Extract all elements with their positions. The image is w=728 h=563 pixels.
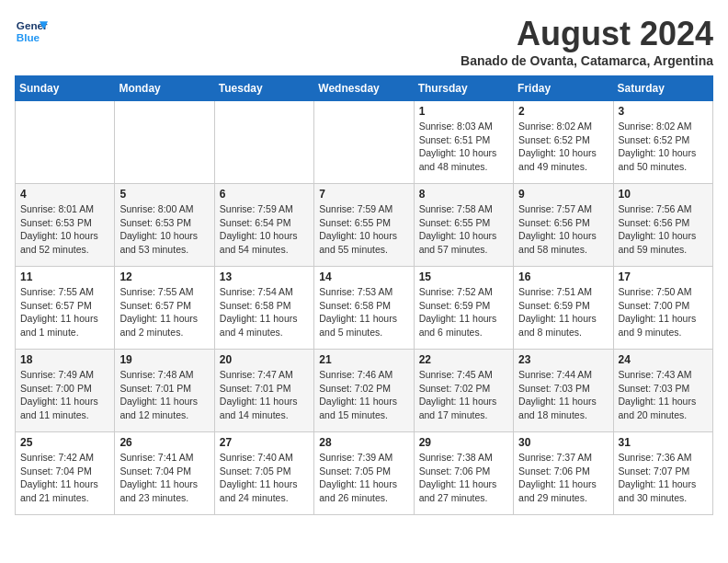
daylight-text: Daylight: 11 hours and 18 minutes.	[518, 396, 597, 420]
week-row-2: 4 Sunrise: 8:01 AM Sunset: 6:53 PM Dayli…	[16, 184, 713, 267]
calendar-cell: 5 Sunrise: 8:00 AM Sunset: 6:53 PM Dayli…	[115, 184, 214, 267]
sunset-text: Sunset: 7:06 PM	[419, 465, 491, 477]
day-number: 19	[119, 353, 209, 366]
daylight-text: Daylight: 10 hours and 49 minutes.	[518, 147, 597, 172]
daylight-text: Daylight: 11 hours and 30 minutes.	[619, 478, 697, 503]
daylight-text: Daylight: 11 hours and 15 minutes.	[319, 396, 397, 420]
sunset-text: Sunset: 6:55 PM	[419, 217, 491, 228]
day-info: Sunrise: 7:47 AM Sunset: 7:01 PM Dayligh…	[220, 368, 309, 422]
day-info: Sunrise: 7:50 AM Sunset: 7:00 PM Dayligh…	[619, 285, 708, 339]
daylight-text: Daylight: 11 hours and 24 minutes.	[220, 478, 298, 503]
header-tuesday: Tuesday	[214, 76, 313, 101]
calendar-cell: 25 Sunrise: 7:42 AM Sunset: 7:04 PM Dayl…	[16, 432, 115, 515]
sunrise-text: Sunrise: 7:53 AM	[319, 286, 392, 297]
day-info: Sunrise: 7:42 AM Sunset: 7:04 PM Dayligh…	[20, 451, 109, 505]
day-number: 21	[319, 353, 408, 366]
calendar-cell: 21 Sunrise: 7:46 AM Sunset: 7:02 PM Dayl…	[314, 350, 414, 432]
calendar-cell	[214, 101, 313, 184]
day-info: Sunrise: 7:41 AM Sunset: 7:04 PM Dayligh…	[119, 451, 209, 505]
calendar-cell: 28 Sunrise: 7:39 AM Sunset: 7:05 PM Dayl…	[314, 432, 414, 515]
day-info: Sunrise: 7:56 AM Sunset: 6:56 PM Dayligh…	[619, 202, 708, 257]
calendar-cell: 26 Sunrise: 7:41 AM Sunset: 7:04 PM Dayl…	[115, 432, 214, 515]
calendar-cell: 12 Sunrise: 7:55 AM Sunset: 6:57 PM Dayl…	[115, 267, 214, 350]
sunset-text: Sunset: 6:51 PM	[419, 134, 491, 145]
day-info: Sunrise: 7:54 AM Sunset: 6:58 PM Dayligh…	[220, 285, 309, 339]
day-info: Sunrise: 7:55 AM Sunset: 6:57 PM Dayligh…	[119, 285, 209, 339]
week-row-4: 18 Sunrise: 7:49 AM Sunset: 7:00 PM Dayl…	[16, 350, 713, 432]
header-monday: Monday	[115, 76, 214, 101]
day-number: 17	[619, 270, 708, 283]
day-info: Sunrise: 7:53 AM Sunset: 6:58 PM Dayligh…	[319, 285, 408, 339]
calendar-cell: 31 Sunrise: 7:36 AM Sunset: 7:07 PM Dayl…	[613, 432, 712, 515]
sunrise-text: Sunrise: 8:00 AM	[119, 203, 193, 214]
day-info: Sunrise: 7:57 AM Sunset: 6:56 PM Dayligh…	[518, 202, 608, 257]
day-info: Sunrise: 7:39 AM Sunset: 7:05 PM Dayligh…	[319, 451, 408, 505]
sunrise-text: Sunrise: 8:03 AM	[419, 121, 493, 132]
page-header: General Blue August 2024 Banado de Ovant…	[15, 15, 713, 68]
sunrise-text: Sunrise: 8:01 AM	[20, 203, 94, 214]
calendar-cell: 14 Sunrise: 7:53 AM Sunset: 6:58 PM Dayl…	[314, 267, 414, 350]
daylight-text: Daylight: 11 hours and 2 minutes.	[119, 313, 198, 338]
sunrise-text: Sunrise: 7:43 AM	[619, 369, 692, 380]
day-info: Sunrise: 7:43 AM Sunset: 7:03 PM Dayligh…	[619, 368, 708, 422]
sunset-text: Sunset: 7:00 PM	[20, 383, 92, 394]
day-number: 6	[220, 188, 309, 201]
day-info: Sunrise: 8:00 AM Sunset: 6:53 PM Dayligh…	[119, 202, 209, 257]
day-number: 1	[419, 105, 508, 118]
calendar-cell	[115, 101, 214, 184]
sunrise-text: Sunrise: 7:40 AM	[220, 452, 293, 463]
sunrise-text: Sunrise: 7:36 AM	[619, 452, 692, 463]
calendar-cell: 30 Sunrise: 7:37 AM Sunset: 7:06 PM Dayl…	[514, 432, 613, 515]
sunrise-text: Sunrise: 7:41 AM	[119, 452, 193, 463]
day-number: 28	[319, 436, 408, 449]
header-sunday: Sunday	[16, 76, 115, 101]
day-info: Sunrise: 7:45 AM Sunset: 7:02 PM Dayligh…	[419, 368, 508, 422]
day-number: 4	[20, 188, 109, 201]
logo-icon: General Blue	[15, 15, 48, 48]
sunrise-text: Sunrise: 7:47 AM	[220, 369, 293, 380]
calendar-header-row: SundayMondayTuesdayWednesdayThursdayFrid…	[16, 76, 713, 101]
calendar-cell: 16 Sunrise: 7:51 AM Sunset: 6:59 PM Dayl…	[514, 267, 613, 350]
sunset-text: Sunset: 6:56 PM	[619, 217, 690, 228]
sunrise-text: Sunrise: 7:49 AM	[20, 369, 94, 380]
sunrise-text: Sunrise: 7:54 AM	[220, 286, 293, 297]
calendar-cell: 6 Sunrise: 7:59 AM Sunset: 6:54 PM Dayli…	[214, 184, 313, 267]
daylight-text: Daylight: 11 hours and 8 minutes.	[518, 313, 597, 338]
header-thursday: Thursday	[414, 76, 513, 101]
sunset-text: Sunset: 6:58 PM	[220, 300, 291, 311]
logo: General Blue	[15, 15, 48, 48]
sunrise-text: Sunrise: 7:37 AM	[518, 452, 592, 463]
sunset-text: Sunset: 7:04 PM	[20, 465, 92, 477]
calendar-cell: 4 Sunrise: 8:01 AM Sunset: 6:53 PM Dayli…	[16, 184, 115, 267]
daylight-text: Daylight: 11 hours and 11 minutes.	[20, 396, 98, 420]
day-number: 22	[419, 353, 508, 366]
day-info: Sunrise: 7:44 AM Sunset: 7:03 PM Dayligh…	[518, 368, 608, 422]
day-info: Sunrise: 7:46 AM Sunset: 7:02 PM Dayligh…	[319, 368, 408, 422]
calendar-cell	[16, 101, 115, 184]
day-number: 25	[20, 436, 109, 449]
sunset-text: Sunset: 6:57 PM	[119, 300, 191, 311]
week-row-1: 1 Sunrise: 8:03 AM Sunset: 6:51 PM Dayli…	[16, 101, 713, 184]
day-info: Sunrise: 7:38 AM Sunset: 7:06 PM Dayligh…	[419, 451, 508, 505]
daylight-text: Daylight: 11 hours and 26 minutes.	[319, 478, 397, 503]
day-number: 18	[20, 353, 109, 366]
sunset-text: Sunset: 7:00 PM	[619, 300, 690, 311]
sunset-text: Sunset: 6:52 PM	[619, 134, 690, 145]
day-number: 27	[220, 436, 309, 449]
header-saturday: Saturday	[613, 76, 712, 101]
sunrise-text: Sunrise: 7:52 AM	[419, 286, 493, 297]
day-number: 15	[419, 270, 508, 283]
day-info: Sunrise: 8:03 AM Sunset: 6:51 PM Dayligh…	[419, 120, 508, 174]
calendar-cell: 2 Sunrise: 8:02 AM Sunset: 6:52 PM Dayli…	[514, 101, 613, 184]
sunrise-text: Sunrise: 7:50 AM	[619, 286, 692, 297]
sunset-text: Sunset: 6:55 PM	[319, 217, 391, 228]
day-number: 29	[419, 436, 508, 449]
daylight-text: Daylight: 11 hours and 20 minutes.	[619, 396, 697, 420]
daylight-text: Daylight: 10 hours and 58 minutes.	[518, 230, 597, 255]
daylight-text: Daylight: 10 hours and 52 minutes.	[20, 230, 98, 255]
day-info: Sunrise: 7:48 AM Sunset: 7:01 PM Dayligh…	[119, 368, 209, 422]
day-info: Sunrise: 7:55 AM Sunset: 6:57 PM Dayligh…	[20, 285, 109, 339]
daylight-text: Daylight: 11 hours and 17 minutes.	[419, 396, 497, 420]
calendar-cell: 13 Sunrise: 7:54 AM Sunset: 6:58 PM Dayl…	[214, 267, 313, 350]
calendar-cell: 18 Sunrise: 7:49 AM Sunset: 7:00 PM Dayl…	[16, 350, 115, 432]
